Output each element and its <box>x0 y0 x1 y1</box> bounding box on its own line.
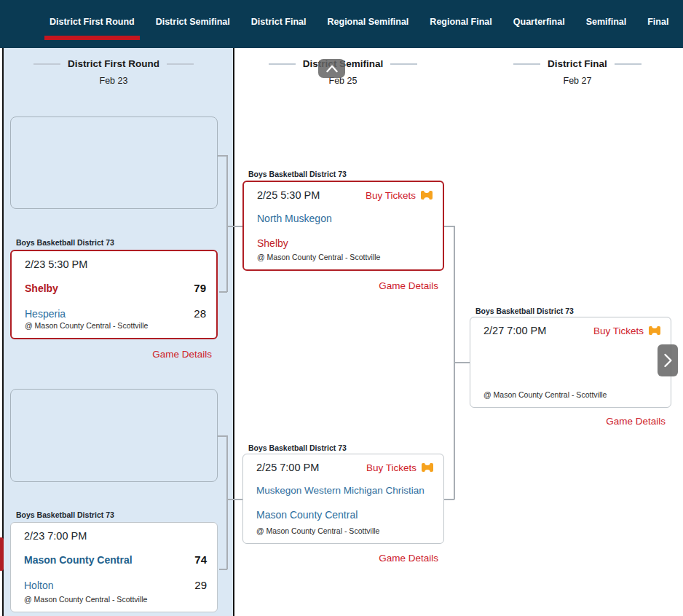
ticket-icon <box>421 191 433 200</box>
game-details-link[interactable]: Game Details <box>242 280 438 291</box>
tab-label: District Semifinal <box>156 17 230 27</box>
header-dash <box>513 63 540 65</box>
game-label: Boys Basketball District 73 <box>16 510 114 519</box>
game-time: 2/25 7:00 PM <box>256 462 319 473</box>
tab-district-semifinal[interactable]: District Semifinal <box>156 0 230 48</box>
scroll-right-button[interactable] <box>658 344 678 376</box>
column-date: Feb 27 <box>473 76 682 86</box>
game-time-row: 2/25 5:30 PM Buy Tickets <box>257 189 433 201</box>
ticket-icon <box>422 463 433 472</box>
header-dash <box>167 63 194 65</box>
game-venue: @ Mason County Central - Scottville <box>24 595 207 612</box>
game-label: Boys Basketball District 73 <box>248 443 347 452</box>
team-row: Hesperia 28 <box>25 307 206 320</box>
tab-label: Quarterfinal <box>513 17 565 27</box>
chevron-up-icon <box>325 63 339 74</box>
game-card-northmuskegon-shelby: 2/25 5:30 PM Buy Tickets North Muskegon … <box>242 181 444 271</box>
team-row: Mason County Central 74 <box>24 553 207 566</box>
game-label: Boys Basketball District 73 <box>248 170 347 178</box>
team-row: North Muskegon <box>257 213 433 224</box>
column-title: District Final <box>473 58 682 69</box>
header-dash <box>33 63 60 65</box>
team-row: Mason County Central <box>256 509 433 521</box>
tab-label: Regional Semifinal <box>328 17 409 27</box>
game-details-link[interactable]: Game Details <box>470 416 666 427</box>
game-time-row: 2/23 7:00 PM <box>24 530 207 542</box>
game-details-link[interactable]: Game Details <box>242 553 438 564</box>
buy-tickets-link[interactable]: Buy Tickets <box>366 462 433 473</box>
bracket-slot-empty <box>10 117 218 209</box>
header-dash <box>615 63 641 65</box>
team-name-link[interactable]: Shelby <box>25 283 58 294</box>
game-time: 2/23 7:00 PM <box>24 530 87 542</box>
team-name-link[interactable]: North Muskegon <box>257 213 332 224</box>
bracket-page: District First Round District Semifinal … <box>0 0 683 616</box>
tab-label: District Final <box>251 17 307 27</box>
team-name-link[interactable]: Muskegon Western Michigan Christian <box>256 485 425 496</box>
bracket-connector <box>444 499 454 500</box>
round-nav-bar: District First Round District Semifinal … <box>0 0 683 48</box>
game-card-district-final: 2/27 7:00 PM Buy Tickets @ Mason County … <box>470 317 671 408</box>
bracket-slot-empty <box>10 389 218 482</box>
bracket-connector <box>226 435 228 569</box>
team-row: Shelby 79 <box>25 282 206 294</box>
game-time-row: 2/23 5:30 PM <box>25 258 206 270</box>
team-name-link[interactable]: Mason County Central <box>24 554 133 566</box>
buy-tickets-label: Buy Tickets <box>593 325 644 336</box>
selected-card-edge-indicator <box>0 537 4 571</box>
bracket-connector <box>444 226 454 227</box>
tab-label: Final <box>647 17 668 27</box>
game-details-link[interactable]: Game Details <box>10 349 212 360</box>
bracket-connector <box>219 291 227 293</box>
bracket-connector <box>226 499 242 500</box>
tab-label: District First Round <box>50 17 135 27</box>
team-name-link[interactable]: Holton <box>24 580 53 591</box>
game-time-row: 2/25 7:00 PM Buy Tickets <box>256 462 433 473</box>
scroll-up-button[interactable] <box>318 59 345 78</box>
game-venue: @ Mason County Central - Scottville <box>483 390 660 407</box>
buy-tickets-label: Buy Tickets <box>366 462 416 473</box>
tab-quarterfinal[interactable]: Quarterfinal <box>513 0 565 48</box>
tab-semifinal[interactable]: Semifinal <box>586 0 627 48</box>
tab-final[interactable]: Final <box>647 0 668 48</box>
game-venue: @ Mason County Central - Scottville <box>25 321 206 338</box>
column-header-district-final: District Final Feb 27 <box>473 58 682 86</box>
game-venue: @ Mason County Central - Scottville <box>256 526 433 543</box>
team-score: 79 <box>194 282 206 294</box>
tab-district-final[interactable]: District Final <box>251 0 307 48</box>
tab-district-first-round[interactable]: District First Round <box>50 0 135 48</box>
game-venue: @ Mason County Central - Scottville <box>257 253 433 269</box>
team-name-link[interactable]: Mason County Central <box>256 509 358 521</box>
bracket-connector <box>219 569 227 570</box>
team-row: Shelby <box>257 237 433 249</box>
game-time: 2/23 5:30 PM <box>25 258 87 270</box>
game-card-shelby-hesperia: 2/23 5:30 PM Shelby 79 Hesperia 28 @ Mas… <box>10 250 218 339</box>
buy-tickets-link[interactable]: Buy Tickets <box>593 325 660 336</box>
team-name-link[interactable]: Hesperia <box>25 308 66 320</box>
game-label: Boys Basketball District 73 <box>475 307 574 315</box>
game-card-mwmc-masoncounty: 2/25 7:00 PM Buy Tickets Muskegon Wester… <box>242 454 444 544</box>
column-header-district-first-round: District First Round Feb 23 <box>4 58 224 86</box>
tab-regional-semifinal[interactable]: Regional Semifinal <box>328 0 409 48</box>
bracket-scroll-area: District First Round Feb 23 District Sem… <box>0 48 683 616</box>
game-time: 2/25 5:30 PM <box>257 189 320 201</box>
tab-label: Semifinal <box>586 17 627 27</box>
tab-label: Regional Final <box>430 17 491 27</box>
column-title-text: District Final <box>548 58 607 69</box>
bracket-connector <box>226 226 242 227</box>
game-time-row: 2/27 7:00 PM Buy Tickets <box>483 325 660 336</box>
team-score: 74 <box>194 553 207 566</box>
team-score: 29 <box>194 579 207 591</box>
bracket-connector <box>226 155 228 292</box>
tab-regional-final[interactable]: Regional Final <box>430 0 491 48</box>
ticket-icon <box>649 326 660 335</box>
game-label: Boys Basketball District 73 <box>16 238 114 247</box>
game-card-masoncounty-holton: 2/23 7:00 PM Mason County Central 74 Hol… <box>10 522 218 612</box>
team-row: Holton 29 <box>24 579 207 591</box>
header-dash <box>390 63 417 65</box>
team-name-link[interactable]: Shelby <box>257 237 288 249</box>
buy-tickets-link[interactable]: Buy Tickets <box>366 190 433 201</box>
buy-tickets-label: Buy Tickets <box>366 190 416 201</box>
active-tab-underline <box>44 36 140 40</box>
team-row: Muskegon Western Michigan Christian <box>256 485 433 496</box>
